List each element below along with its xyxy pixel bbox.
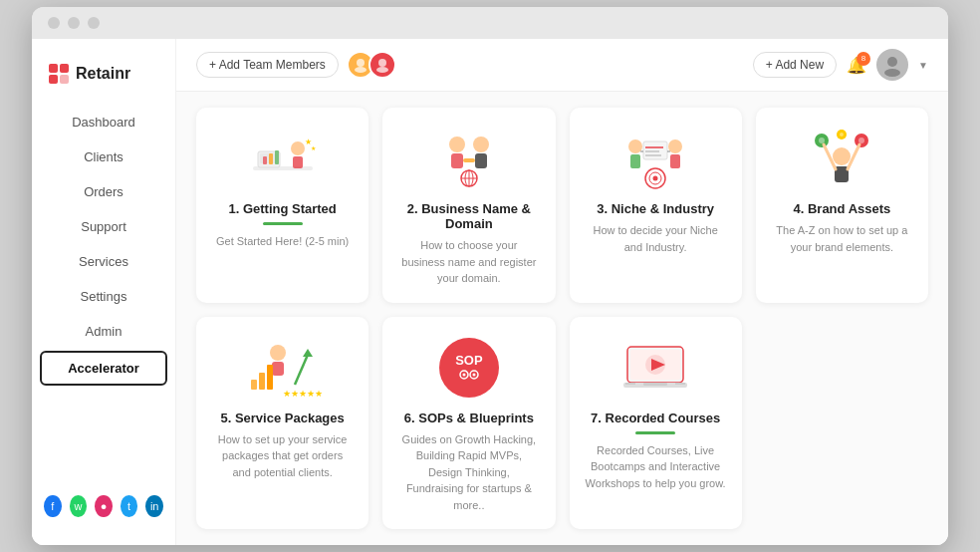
browser-dot-2 bbox=[68, 17, 80, 29]
svg-line-54 bbox=[295, 355, 308, 385]
sop-text: SOP bbox=[455, 353, 482, 368]
svg-point-49 bbox=[840, 133, 844, 137]
linkedin-icon[interactable]: in bbox=[145, 495, 163, 517]
card-service-packages[interactable]: ★★★★★ 5. Service Packages How to set up … bbox=[196, 317, 368, 530]
svg-point-61 bbox=[462, 374, 465, 377]
card-brand-assets[interactable]: 4. Brand Assets The A-Z on how to set up… bbox=[756, 108, 928, 303]
avatar-group bbox=[347, 51, 396, 79]
topbar: + Add Team Members + Add New bbox=[176, 39, 948, 92]
card-2-title: 2. Business Name & Domain bbox=[398, 201, 539, 231]
topbar-right: + Add New 🔔 8 ▼ bbox=[753, 49, 928, 81]
svg-point-48 bbox=[858, 138, 864, 143]
card-1-desc: Get Started Here! (2-5 min) bbox=[216, 233, 349, 250]
add-team-label: + Add Team Members bbox=[209, 58, 326, 72]
browser-titlebar bbox=[32, 7, 948, 39]
svg-rect-24 bbox=[463, 158, 475, 162]
whatsapp-icon[interactable]: w bbox=[70, 495, 88, 517]
card-7-title: 7. Recorded Courses bbox=[591, 411, 720, 425]
card-7-desc: Recorded Courses, Live Bootcamps and Int… bbox=[586, 442, 726, 492]
svg-point-9 bbox=[884, 69, 900, 77]
sidebar-item-clients[interactable]: Clients bbox=[32, 139, 175, 174]
card-business-name[interactable]: 2. Business Name & Domain How to choose … bbox=[382, 108, 555, 303]
svg-rect-30 bbox=[630, 154, 640, 168]
avatar-2 bbox=[368, 51, 396, 79]
sidebar-item-admin[interactable]: Admin bbox=[32, 314, 175, 349]
card-3-title: 3. Niche & Industry bbox=[597, 201, 714, 216]
card-sops-blueprints[interactable]: SOP 6. SOPs & Blueprints Guides on Growt… bbox=[382, 317, 555, 530]
browser-window: Retainr Dashboard Clients Orders Support… bbox=[32, 7, 948, 545]
svg-rect-56 bbox=[251, 380, 257, 390]
card-7-illustration bbox=[615, 333, 695, 403]
svg-rect-16 bbox=[269, 153, 273, 164]
svg-point-29 bbox=[628, 139, 642, 153]
card-getting-started[interactable]: ★ ★ 1. Getting Started Get Started Here!… bbox=[196, 108, 368, 303]
main-content: + Add Team Members + Add New bbox=[176, 39, 948, 545]
sidebar-item-accelerator[interactable]: Accelerator bbox=[40, 351, 167, 386]
svg-point-5 bbox=[355, 67, 367, 73]
svg-text:★★★★★: ★★★★★ bbox=[283, 389, 323, 399]
svg-rect-32 bbox=[670, 154, 680, 168]
card-4-title: 4. Brand Assets bbox=[793, 201, 890, 216]
card-1-underline bbox=[263, 222, 303, 225]
notification-badge: 8 bbox=[857, 52, 870, 66]
sidebar-item-settings[interactable]: Settings bbox=[32, 279, 175, 314]
svg-rect-23 bbox=[475, 153, 487, 168]
app-body: Retainr Dashboard Clients Orders Support… bbox=[32, 39, 948, 545]
svg-point-63 bbox=[472, 374, 475, 377]
sidebar-nav: Dashboard Clients Orders Support Service… bbox=[32, 105, 175, 483]
sidebar-item-dashboard[interactable]: Dashboard bbox=[32, 105, 175, 139]
user-dropdown-icon[interactable]: ▼ bbox=[918, 60, 928, 71]
add-team-button[interactable]: + Add Team Members bbox=[196, 52, 339, 78]
instagram-icon[interactable]: ● bbox=[95, 495, 113, 517]
svg-rect-0 bbox=[49, 64, 58, 73]
svg-rect-17 bbox=[275, 150, 279, 164]
svg-rect-2 bbox=[49, 75, 58, 84]
sidebar-logo-text: Retainr bbox=[76, 65, 130, 83]
browser-dot-1 bbox=[48, 17, 60, 29]
twitter-icon[interactable]: t bbox=[121, 495, 138, 517]
svg-rect-57 bbox=[259, 373, 265, 390]
card-6-illustration: SOP bbox=[429, 333, 509, 403]
svg-point-47 bbox=[819, 138, 825, 143]
card-3-illustration bbox=[615, 124, 695, 193]
svg-rect-53 bbox=[272, 362, 284, 376]
card-2-desc: How to choose your business name and reg… bbox=[398, 237, 539, 287]
card-6-title: 6. SOPs & Blueprints bbox=[404, 411, 534, 425]
svg-rect-33 bbox=[643, 141, 667, 159]
card-7-underline bbox=[635, 431, 675, 434]
sidebar-item-support[interactable]: Support bbox=[32, 209, 175, 244]
svg-point-4 bbox=[357, 59, 365, 67]
card-niche-industry[interactable]: 3. Niche & Industry How to decide your N… bbox=[570, 108, 742, 303]
svg-point-52 bbox=[270, 345, 286, 361]
card-4-illustration bbox=[802, 124, 881, 193]
facebook-icon[interactable]: f bbox=[44, 495, 62, 517]
card-3-desc: How to decide your Niche and Industry. bbox=[586, 222, 726, 255]
svg-rect-69 bbox=[643, 383, 667, 386]
svg-rect-58 bbox=[267, 365, 273, 390]
card-4-desc: The A-Z on how to set up a your brand el… bbox=[772, 222, 912, 255]
sidebar: Retainr Dashboard Clients Orders Support… bbox=[32, 39, 176, 545]
svg-point-42 bbox=[833, 147, 851, 165]
add-new-button[interactable]: + Add New bbox=[753, 52, 837, 78]
svg-point-41 bbox=[653, 175, 658, 180]
card-5-illustration: ★★★★★ bbox=[243, 333, 323, 403]
topbar-left: + Add Team Members bbox=[196, 51, 396, 79]
sidebar-item-services[interactable]: Services bbox=[32, 244, 175, 279]
cards-grid: ★ ★ 1. Getting Started Get Started Here!… bbox=[176, 92, 948, 545]
notification-button[interactable]: 🔔 8 bbox=[847, 56, 866, 75]
card-recorded-courses[interactable]: 7. Recorded Courses Recorded Courses, Li… bbox=[570, 317, 742, 530]
card-1-title: 1. Getting Started bbox=[228, 201, 336, 216]
retainr-logo-icon bbox=[48, 63, 70, 85]
svg-point-31 bbox=[668, 139, 682, 153]
svg-marker-55 bbox=[303, 349, 313, 357]
sidebar-logo: Retainr bbox=[32, 55, 175, 105]
card-1-illustration: ★ ★ bbox=[243, 124, 323, 193]
svg-text:★: ★ bbox=[311, 145, 316, 151]
svg-rect-21 bbox=[451, 153, 463, 168]
user-avatar[interactable] bbox=[876, 49, 908, 81]
sidebar-item-orders[interactable]: Orders bbox=[32, 174, 175, 209]
card-6-desc: Guides on Growth Hacking, Building Rapid… bbox=[398, 431, 539, 514]
svg-point-8 bbox=[887, 57, 897, 67]
svg-point-6 bbox=[378, 59, 386, 67]
svg-rect-14 bbox=[293, 156, 303, 168]
